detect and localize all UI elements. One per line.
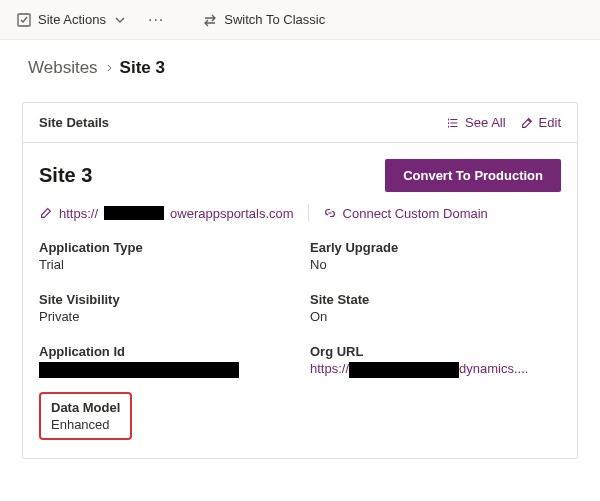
url-suffix: owerappsportals.com [170, 206, 294, 221]
site-url-link[interactable]: https://owerappsportals.com [39, 206, 294, 221]
url-prefix: https:// [59, 206, 98, 221]
see-all-button[interactable]: See All [446, 115, 505, 130]
connect-domain-label: Connect Custom Domain [343, 206, 488, 221]
site-heading-row: Site 3 Convert To Production [39, 159, 561, 192]
data-model-highlight: Data Model Enhanced [39, 392, 132, 440]
field-label: Early Upgrade [310, 240, 561, 255]
field-label: Application Type [39, 240, 290, 255]
site-state-field: Site State On [310, 292, 561, 324]
list-icon [446, 116, 460, 130]
field-label: Application Id [39, 344, 290, 359]
url-row: https://owerappsportals.com Connect Cust… [39, 204, 561, 222]
convert-to-production-button[interactable]: Convert To Production [385, 159, 561, 192]
redacted-block [39, 362, 239, 378]
breadcrumb-current: Site 3 [120, 58, 165, 78]
card-title: Site Details [39, 115, 109, 130]
pencil-icon [39, 206, 53, 220]
site-visibility-field: Site Visibility Private [39, 292, 290, 324]
early-upgrade-field: Early Upgrade No [310, 240, 561, 272]
breadcrumb: Websites Site 3 [0, 40, 600, 88]
field-label: Site Visibility [39, 292, 290, 307]
link-icon [323, 206, 337, 220]
card-actions: See All Edit [446, 115, 561, 130]
site-details-card: Site Details See All Edit Site 3 Convert… [22, 102, 578, 459]
connect-custom-domain-link[interactable]: Connect Custom Domain [323, 206, 488, 221]
switch-to-classic-label: Switch To Classic [224, 12, 325, 27]
field-label: Data Model [51, 400, 120, 415]
application-type-field: Application Type Trial [39, 240, 290, 272]
command-bar: Site Actions ··· Switch To Classic [0, 0, 600, 40]
field-value: Enhanced [51, 417, 120, 432]
field-value[interactable]: https://dynamics.... [310, 361, 561, 378]
field-value: No [310, 257, 561, 272]
field-label: Org URL [310, 344, 561, 359]
field-value: On [310, 309, 561, 324]
field-value [39, 361, 290, 378]
redacted-block [104, 206, 164, 220]
application-id-field: Application Id [39, 344, 290, 378]
field-value: Private [39, 309, 290, 324]
site-actions-label: Site Actions [38, 12, 106, 27]
redacted-block [349, 362, 459, 378]
chevron-down-icon [112, 12, 128, 28]
card-body: Site 3 Convert To Production https://owe… [23, 143, 577, 458]
switch-to-classic-button[interactable]: Switch To Classic [196, 8, 331, 32]
checklist-icon [16, 12, 32, 28]
pencil-icon [520, 116, 534, 130]
swap-icon [202, 12, 218, 28]
details-grid: Application Type Trial Early Upgrade No … [39, 240, 561, 378]
org-url-field: Org URL https://dynamics.... [310, 344, 561, 378]
edit-label: Edit [539, 115, 561, 130]
org-url-suffix: dynamics.... [459, 361, 528, 376]
breadcrumb-parent[interactable]: Websites [28, 58, 98, 78]
org-url-prefix: https:// [310, 361, 349, 376]
divider [308, 204, 309, 222]
chevron-right-icon [104, 58, 114, 78]
site-actions-button[interactable]: Site Actions [10, 8, 134, 32]
field-label: Site State [310, 292, 561, 307]
see-all-label: See All [465, 115, 505, 130]
field-value: Trial [39, 257, 290, 272]
more-actions-button[interactable]: ··· [142, 11, 170, 29]
site-name: Site 3 [39, 164, 92, 187]
card-header: Site Details See All Edit [23, 103, 577, 143]
edit-button[interactable]: Edit [520, 115, 561, 130]
